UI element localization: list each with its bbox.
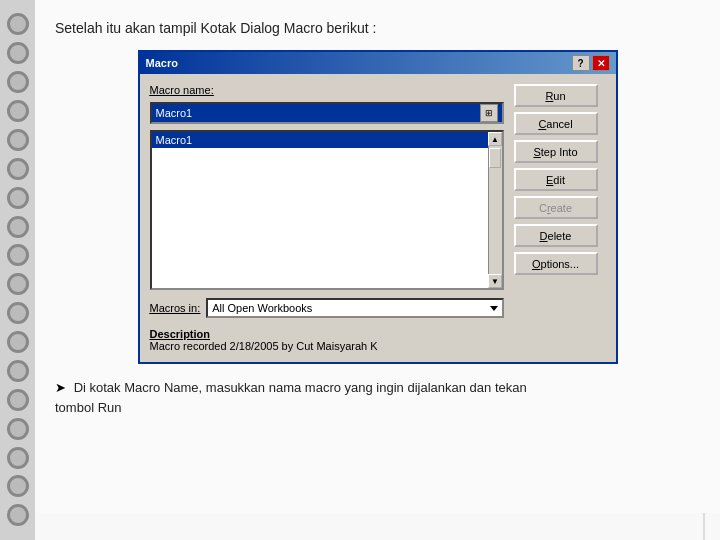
- scrollbar[interactable]: ▲ ▼: [488, 132, 502, 288]
- scroll-up[interactable]: ▲: [488, 132, 502, 146]
- description-section: Description Macro recorded 2/18/2005 by …: [150, 328, 504, 352]
- body-text: ➤ Di kotak Macro Name, masukkan nama mac…: [55, 378, 700, 417]
- scroll-thumb[interactable]: [489, 148, 501, 168]
- arrow-bullet: ➤: [55, 380, 66, 395]
- macro-name-label: Macro name:: [150, 84, 504, 96]
- delete-button[interactable]: Delete: [514, 224, 598, 247]
- dialog-buttons-panel: Run Cancel Step Into Edit Create Delete …: [514, 84, 604, 352]
- create-button: Create: [514, 196, 598, 219]
- step-into-button[interactable]: Step Into: [514, 140, 598, 163]
- spiral-ring: [7, 71, 29, 93]
- main-content: Setelah itu akan tampil Kotak Dialog Mac…: [35, 0, 720, 513]
- spiral-ring: [7, 504, 29, 526]
- cancel-button[interactable]: Cancel: [514, 112, 598, 135]
- help-button[interactable]: ?: [572, 55, 590, 71]
- macro-list-item[interactable]: Macro1: [152, 132, 502, 148]
- spiral-ring: [7, 129, 29, 151]
- spiral-ring: [7, 389, 29, 411]
- macros-in-select[interactable]: All Open Workbooks: [206, 298, 503, 318]
- spiral-ring: [7, 302, 29, 324]
- select-dropdown-arrow: [490, 306, 498, 311]
- spiral-ring: [7, 216, 29, 238]
- macro-name-input[interactable]: Macro1 ⊞: [150, 102, 504, 124]
- macros-in-value: All Open Workbooks: [212, 302, 312, 314]
- dialog-body: Macro name: Macro1 ⊞ Macro1 ▲: [140, 74, 616, 362]
- spiral-ring: [7, 273, 29, 295]
- spiral-ring: [7, 418, 29, 440]
- spiral-binding: [0, 0, 35, 540]
- description-text: Macro recorded 2/18/2005 by Cut Maisyara…: [150, 340, 504, 352]
- heading: Setelah itu akan tampil Kotak Dialog Mac…: [55, 20, 700, 36]
- dialog-title: Macro: [146, 57, 178, 69]
- run-button[interactable]: Run: [514, 84, 598, 107]
- options-button[interactable]: Options...: [514, 252, 598, 275]
- macro-name-value: Macro1: [156, 107, 480, 119]
- body-line1: Di kotak Macro Name, masukkan nama macro…: [74, 380, 527, 395]
- dialog-left-panel: Macro name: Macro1 ⊞ Macro1 ▲: [150, 84, 504, 352]
- description-label: Description: [150, 328, 504, 340]
- scroll-down[interactable]: ▼: [488, 274, 502, 288]
- spiral-ring: [7, 331, 29, 353]
- macro-name-field-label: Macro name:: [150, 84, 214, 96]
- macros-in-row: Macros in: All Open Workbooks: [150, 298, 504, 318]
- spiral-ring: [7, 42, 29, 64]
- macro-list-box[interactable]: Macro1 ▲ ▼: [150, 130, 504, 290]
- page: Setelah itu akan tampil Kotak Dialog Mac…: [0, 0, 720, 540]
- spiral-ring: [7, 100, 29, 122]
- spiral-ring: [7, 158, 29, 180]
- spiral-ring: [7, 475, 29, 497]
- dialog-title-buttons: ? ✕: [572, 55, 610, 71]
- close-button[interactable]: ✕: [592, 55, 610, 71]
- dialog-titlebar: Macro ? ✕: [140, 52, 616, 74]
- macros-in-label: Macros in:: [150, 302, 201, 314]
- spiral-ring: [7, 244, 29, 266]
- spiral-ring: [7, 187, 29, 209]
- input-icon[interactable]: ⊞: [480, 104, 498, 122]
- body-line2: tombol Run: [55, 400, 121, 415]
- spiral-ring: [7, 360, 29, 382]
- spiral-ring: [7, 13, 29, 35]
- edit-button[interactable]: Edit: [514, 168, 598, 191]
- macro-dialog: Macro ? ✕ Macro name:: [138, 50, 618, 364]
- spiral-ring: [7, 447, 29, 469]
- dialog-wrapper: Macro ? ✕ Macro name:: [55, 50, 700, 364]
